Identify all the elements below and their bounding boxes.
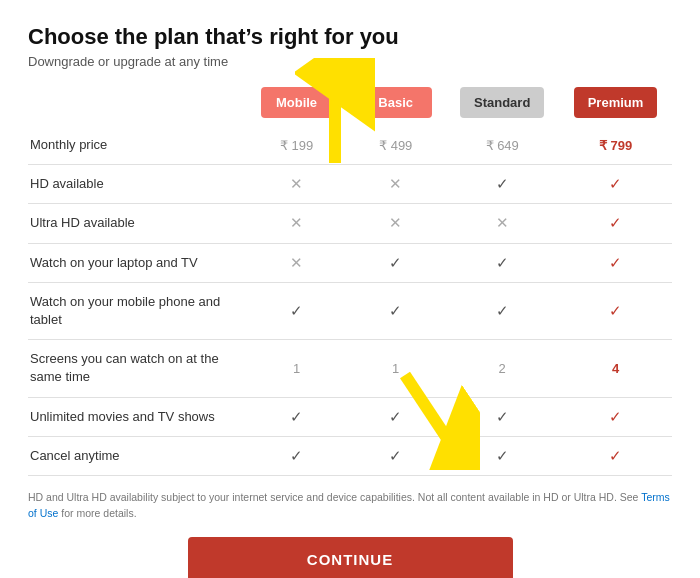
check-icon: ✓ <box>609 175 622 192</box>
feature-label: Ultra HD available <box>28 204 247 243</box>
feature-icon-cell: ✕ <box>247 243 346 282</box>
check-icon: ✓ <box>609 302 622 319</box>
feature-icon-cell: ✓ <box>445 436 559 475</box>
table-row: Monthly price₹ 199₹ 499₹ 649₹ 799 <box>28 126 672 165</box>
page-subtitle: Downgrade or upgrade at any time <box>28 54 672 69</box>
screens-count-cell: 4 <box>559 340 672 397</box>
feature-label: Watch on your mobile phone and tablet <box>28 282 247 339</box>
feature-icon-cell: ✓ <box>346 243 445 282</box>
standard-plan-button[interactable]: Standard <box>460 87 544 118</box>
feature-icon-cell: ✕ <box>247 204 346 243</box>
screens-number: 4 <box>612 361 619 376</box>
feature-label: HD available <box>28 165 247 204</box>
check-icon: ✓ <box>496 254 509 271</box>
check-icon: ✓ <box>389 302 402 319</box>
screens-number: 1 <box>293 361 300 376</box>
price-cell: ₹ 499 <box>346 126 445 165</box>
feature-icon-cell: ✓ <box>445 165 559 204</box>
feature-icon-cell: ✕ <box>445 204 559 243</box>
standard-plan-header[interactable]: Standard <box>445 87 559 126</box>
feature-icon-cell: ✓ <box>247 436 346 475</box>
feature-icon-cell: ✓ <box>445 243 559 282</box>
feature-icon-cell: ✕ <box>346 204 445 243</box>
page-title: Choose the plan that’s right for you <box>28 24 672 50</box>
feature-icon-cell: ✓ <box>559 397 672 436</box>
cross-icon: ✕ <box>290 254 303 271</box>
price-cell: ₹ 649 <box>445 126 559 165</box>
price-cell: ₹ 199 <box>247 126 346 165</box>
screens-count-cell: 1 <box>346 340 445 397</box>
cross-icon: ✕ <box>389 175 402 192</box>
footer-note: HD and Ultra HD availability subject to … <box>28 490 672 522</box>
feature-label: Screens you can watch on at the same tim… <box>28 340 247 397</box>
feature-icon-cell: ✓ <box>247 397 346 436</box>
table-row: HD available✕✕✓✓ <box>28 165 672 204</box>
check-icon: ✓ <box>290 447 303 464</box>
feature-icon-cell: ✓ <box>559 165 672 204</box>
plan-header-row: Mobile Basic Standard Premium <box>28 87 672 126</box>
basic-plan-header[interactable]: Basic <box>346 87 445 126</box>
cross-icon: ✕ <box>290 214 303 231</box>
check-icon: ✓ <box>609 254 622 271</box>
check-icon: ✓ <box>290 302 303 319</box>
screens-number: 1 <box>392 361 399 376</box>
mobile-plan-button[interactable]: Mobile <box>261 87 333 118</box>
feature-icon-cell: ✕ <box>346 165 445 204</box>
table-row: Screens you can watch on at the same tim… <box>28 340 672 397</box>
price-cell: ₹ 799 <box>559 126 672 165</box>
feature-icon-cell: ✓ <box>346 282 445 339</box>
basic-plan-button[interactable]: Basic <box>360 87 432 118</box>
check-icon: ✓ <box>496 302 509 319</box>
feature-icon-cell: ✓ <box>247 282 346 339</box>
cross-icon: ✕ <box>290 175 303 192</box>
check-icon: ✓ <box>389 408 402 425</box>
check-icon: ✓ <box>609 408 622 425</box>
feature-icon-cell: ✓ <box>559 436 672 475</box>
check-icon: ✓ <box>496 447 509 464</box>
screens-number: 2 <box>499 361 506 376</box>
table-row: Watch on your mobile phone and tablet✓✓✓… <box>28 282 672 339</box>
check-icon: ✓ <box>496 408 509 425</box>
table-row: Watch on your laptop and TV✕✓✓✓ <box>28 243 672 282</box>
feature-icon-cell: ✓ <box>346 436 445 475</box>
feature-column-header <box>28 87 247 126</box>
plan-features-body: Monthly price₹ 199₹ 499₹ 649₹ 799HD avai… <box>28 126 672 475</box>
table-row: Ultra HD available✕✕✕✓ <box>28 204 672 243</box>
feature-label: Watch on your laptop and TV <box>28 243 247 282</box>
feature-icon-cell: ✓ <box>445 397 559 436</box>
table-row: Cancel anytime✓✓✓✓ <box>28 436 672 475</box>
plan-comparison-table: Mobile Basic Standard Premium Monthly pr… <box>28 87 672 476</box>
feature-icon-cell: ✕ <box>247 165 346 204</box>
premium-plan-button[interactable]: Premium <box>574 87 658 118</box>
table-row: Unlimited movies and TV shows✓✓✓✓ <box>28 397 672 436</box>
feature-icon-cell: ✓ <box>559 204 672 243</box>
feature-icon-cell: ✓ <box>559 282 672 339</box>
cross-icon: ✕ <box>389 214 402 231</box>
check-icon: ✓ <box>609 214 622 231</box>
continue-button[interactable]: CONTINUE <box>188 537 513 578</box>
check-icon: ✓ <box>496 175 509 192</box>
check-icon: ✓ <box>290 408 303 425</box>
screens-count-cell: 1 <box>247 340 346 397</box>
cross-icon: ✕ <box>496 214 509 231</box>
feature-label: Cancel anytime <box>28 436 247 475</box>
feature-icon-cell: ✓ <box>559 243 672 282</box>
check-icon: ✓ <box>609 447 622 464</box>
mobile-plan-header[interactable]: Mobile <box>247 87 346 126</box>
premium-plan-header[interactable]: Premium <box>559 87 672 126</box>
check-icon: ✓ <box>389 254 402 271</box>
check-icon: ✓ <box>389 447 402 464</box>
feature-label: Monthly price <box>28 126 247 165</box>
feature-label: Unlimited movies and TV shows <box>28 397 247 436</box>
feature-icon-cell: ✓ <box>346 397 445 436</box>
feature-icon-cell: ✓ <box>445 282 559 339</box>
screens-count-cell: 2 <box>445 340 559 397</box>
